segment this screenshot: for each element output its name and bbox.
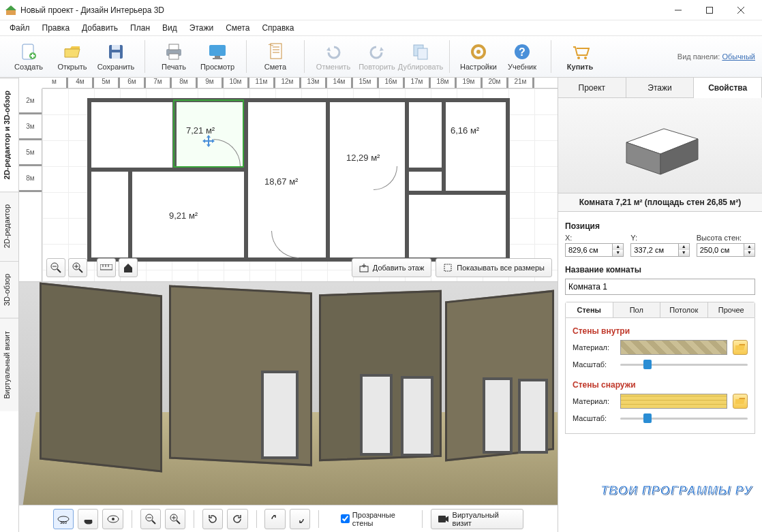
show-dims-button[interactable]: Показывать все размеры (436, 258, 552, 277)
svg-point-24 (577, 57, 580, 59)
svg-rect-10 (112, 52, 120, 59)
svg-rect-15 (215, 56, 220, 58)
folder-icon (735, 344, 745, 351)
svg-rect-14 (209, 45, 226, 56)
vtab-2d[interactable]: 2D-редактор (0, 191, 18, 260)
svg-rect-17 (271, 44, 281, 59)
settings-button[interactable]: Настройки (457, 37, 500, 76)
duplicate-button[interactable]: Дублировать (399, 37, 442, 76)
vtab-virtual[interactable]: Виртуальный визит (0, 318, 18, 411)
stab-other[interactable]: Прочее (708, 302, 755, 317)
open-button[interactable]: Открыть (50, 37, 94, 76)
minimize-button[interactable] (662, 0, 694, 20)
svg-rect-9 (112, 45, 120, 50)
vtab-2d-3d[interactable]: 2D-редактор и 3D-обзор (0, 78, 18, 191)
room-label: 12,29 м² (346, 153, 380, 163)
zoom-in-3d[interactable] (165, 509, 185, 529)
walls-inside-heading: Стены внутри (573, 326, 748, 336)
view-3d[interactable] (19, 282, 558, 532)
undo-button[interactable]: Отменить (311, 37, 355, 76)
svg-rect-33 (100, 264, 112, 270)
svg-rect-19 (418, 48, 427, 59)
svg-rect-13 (169, 54, 179, 59)
zoom-out-button[interactable] (46, 258, 65, 277)
watermark: ТВОИ ПРОГРАММЫ РУ (600, 484, 752, 498)
menu-file[interactable]: Файл (4, 22, 35, 34)
orbit-button[interactable]: 360 (53, 509, 74, 529)
svg-point-21 (476, 50, 481, 54)
vtab-3d[interactable]: 3D-обзор (0, 261, 18, 318)
create-button[interactable]: Создать (7, 37, 50, 76)
print-button[interactable]: Печать (152, 37, 196, 76)
transparent-walls-check[interactable]: Прозрачные стены (341, 511, 414, 527)
floorplan[interactable]: 7,21 м² 6,16 м² 12,29 м² 18,67 м² 9,21 м… (87, 98, 510, 262)
svg-text:?: ? (519, 46, 525, 58)
svg-text:360: 360 (60, 520, 67, 525)
pan-button[interactable] (78, 509, 98, 529)
room-name-input[interactable] (565, 279, 755, 295)
plan-2d-view[interactable]: м4м5м6м7м8м9м10м11м12м13м14м15м16м17м18м… (19, 78, 558, 282)
room-label: 6,16 м² (451, 125, 479, 136)
tilt-down-button[interactable] (290, 509, 310, 529)
rtab-floors[interactable]: Этажи (626, 78, 695, 97)
room-info: Комната 7,21 м² (площадь стен 26,85 м²) (558, 193, 762, 212)
home-button[interactable] (119, 258, 138, 277)
redo-button[interactable]: Повторить (355, 37, 399, 76)
svg-rect-38 (444, 264, 451, 271)
material-inside-browse[interactable] (733, 340, 748, 355)
scale-inside-slider[interactable] (620, 358, 748, 371)
rtab-properties[interactable]: Свойства (694, 78, 762, 98)
stab-walls[interactable]: Стены (566, 302, 613, 317)
svg-rect-12 (169, 44, 179, 50)
scale-outside-slider[interactable] (620, 412, 748, 424)
wall-height-field[interactable]: ▲▼ (697, 243, 755, 257)
look-button[interactable] (102, 509, 123, 529)
properties-panel: Проект Этажи Свойства Комната 7,21 м² (п… (558, 78, 762, 532)
menu-add[interactable]: Добавить (76, 22, 123, 34)
material-inside-swatch[interactable] (620, 340, 727, 355)
room-3d-preview (558, 98, 762, 193)
stab-ceiling[interactable]: Потолок (660, 302, 708, 317)
menu-help[interactable]: Справка (256, 22, 299, 34)
close-button[interactable] (725, 0, 757, 20)
menubar: Файл Правка Добавить План Вид Этажи Смет… (0, 20, 762, 35)
app-icon (5, 5, 16, 16)
main-toolbar: Создать Открыть Сохранить Печать Просмот… (0, 35, 762, 78)
plan-tools (46, 258, 138, 277)
rotate-cw-button[interactable] (227, 509, 247, 529)
maximize-button[interactable] (694, 0, 725, 20)
tilt-up-button[interactable] (264, 509, 285, 529)
stab-floor[interactable]: Пол (613, 302, 661, 317)
material-outside-swatch[interactable] (620, 394, 727, 409)
zoom-out-3d[interactable] (140, 509, 161, 529)
side-tabs: 2D-редактор и 3D-обзор 2D-редактор 3D-об… (0, 78, 19, 532)
tutorial-button[interactable]: ?Учебник (500, 37, 544, 76)
menu-plan[interactable]: План (125, 22, 155, 34)
svg-rect-3 (707, 7, 713, 13)
preview-button[interactable]: Просмотр (196, 37, 239, 76)
measure-button[interactable] (97, 258, 116, 277)
room-label: 18,67 м² (264, 176, 298, 187)
menu-estimate[interactable]: Смета (220, 22, 255, 34)
material-outside-browse[interactable] (733, 394, 748, 409)
svg-line-47 (177, 520, 180, 524)
svg-rect-50 (438, 516, 446, 522)
menu-edit[interactable]: Правка (37, 22, 76, 34)
pos-y-field[interactable]: ▲▼ (630, 243, 689, 257)
save-button[interactable]: Сохранить (94, 37, 138, 76)
panel-mode-link[interactable]: Обычный (722, 52, 755, 61)
rotate-ccw-button[interactable] (202, 509, 223, 529)
buy-button[interactable]: Купить (558, 37, 602, 76)
roomname-heading: Название комнаты (565, 265, 755, 275)
add-floor-button[interactable]: Добавить этаж (352, 258, 431, 277)
window-title: Новый проект - Дизайн Интерьера 3D (20, 5, 662, 15)
estimate-button[interactable]: Смета (254, 37, 297, 76)
menu-view[interactable]: Вид (157, 22, 183, 34)
pos-x-field[interactable]: ▲▼ (565, 243, 624, 257)
rtab-project[interactable]: Проект (558, 78, 626, 97)
virtual-visit-button[interactable]: Виртуальный визит (431, 509, 523, 529)
svg-line-44 (152, 520, 155, 524)
zoom-in-button[interactable] (68, 258, 87, 277)
menu-floors[interactable]: Этажи (184, 22, 219, 34)
svg-marker-1 (5, 5, 16, 10)
